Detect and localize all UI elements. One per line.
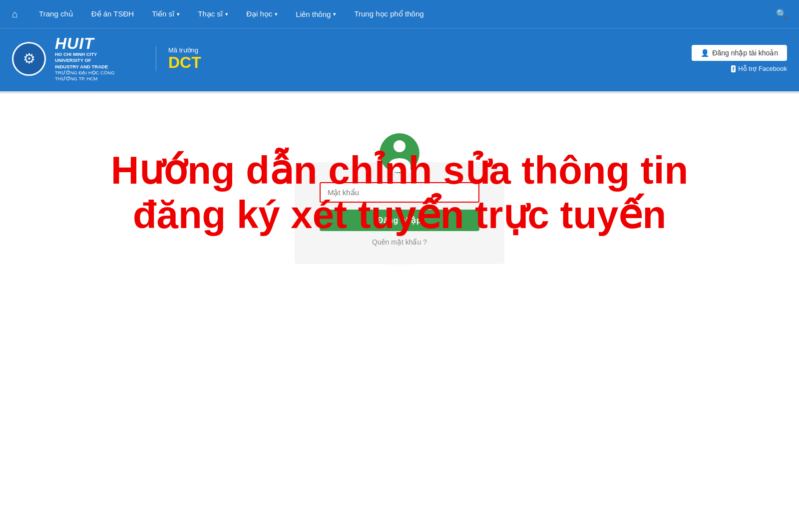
nav-dai-hoc[interactable]: Đại học ▾: [237, 0, 287, 28]
nav-tien-si[interactable]: Tiến sĩ ▾: [143, 0, 189, 28]
nav-de-an-tsdh[interactable]: Đề án TSĐH: [82, 0, 143, 28]
password-field[interactable]: [320, 182, 479, 203]
logo-area: HUIT HO CHI MINH CITYUNIVERSITY OFINDUST…: [12, 35, 201, 82]
chevron-down-icon: ▾: [275, 11, 278, 17]
avatar-icon: [380, 133, 419, 173]
site-header: HUIT HO CHI MINH CITYUNIVERSITY OFINDUST…: [0, 28, 799, 91]
user-icon: 👤: [701, 49, 709, 57]
facebook-icon: f: [731, 65, 736, 72]
logo-emblem: [13, 43, 44, 74]
login-button[interactable]: 👤 Đăng nhập tài khoản: [692, 45, 787, 61]
facebook-support[interactable]: f Hỗ trợ Facebook: [731, 65, 787, 72]
nav-thac-si[interactable]: Thạc sĩ ▾: [189, 0, 237, 28]
logo-name: HUIT: [55, 35, 135, 51]
dct-code: DCT: [168, 54, 201, 71]
forgot-password-link[interactable]: Quên mật khẩu ?: [372, 238, 427, 246]
header-right: 👤 Đăng nhập tài khoản f Hỗ trợ Facebook: [692, 45, 787, 72]
nav-lien-thong[interactable]: Liên thông ▾: [287, 0, 345, 28]
ma-truong-label: Mã trường: [168, 46, 201, 54]
dct-area: Mã trường DCT: [156, 46, 201, 71]
nav-trang-chu[interactable]: Trang chủ: [30, 0, 82, 28]
logo-subtitle: HO CHI MINH CITYUNIVERSITY OFINDUSTRY AN…: [55, 51, 135, 82]
login-card: Đăng nhập Quên mật khẩu ?: [295, 162, 504, 264]
chevron-down-icon: ▾: [225, 11, 228, 17]
home-icon[interactable]: ⌂: [8, 6, 22, 22]
main-content: Hướng dẫn chỉnh sửa thông tin đăng ký xé…: [0, 93, 799, 493]
chevron-down-icon: ▾: [333, 11, 336, 17]
login-submit-button[interactable]: Đăng nhập: [320, 210, 479, 231]
chevron-down-icon: ▾: [177, 11, 180, 17]
logo-text: HUIT HO CHI MINH CITYUNIVERSITY OFINDUST…: [55, 35, 135, 82]
top-navigation: ⌂ Trang chủ Đề án TSĐH Tiến sĩ ▾ Thạc sĩ…: [0, 0, 799, 28]
search-icon[interactable]: 🔍: [772, 6, 791, 21]
logo-circle: [12, 42, 46, 76]
login-card-wrapper: Đăng nhập Quên mật khẩu ?: [295, 133, 504, 264]
nav-thpt[interactable]: Trung học phổ thông: [345, 0, 432, 28]
